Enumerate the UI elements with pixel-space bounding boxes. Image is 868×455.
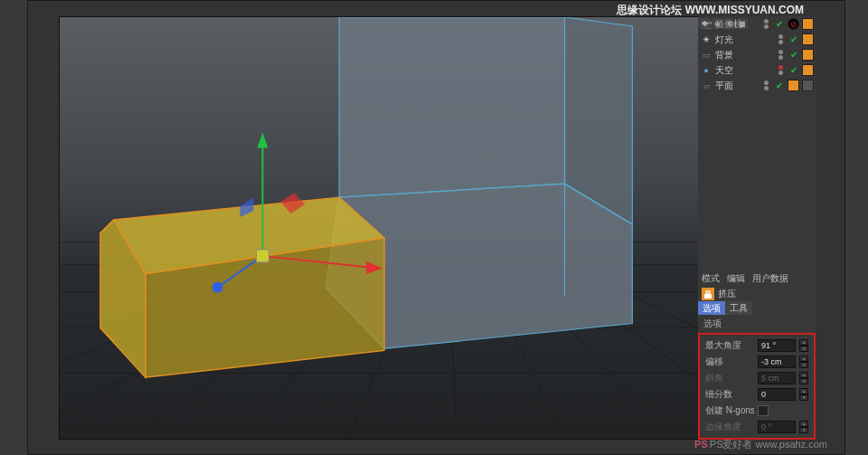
prohibit-icon[interactable]: ⊘ [788,18,799,30]
param-label: 边缘角度 [705,421,754,433]
object-row-plane[interactable]: ▱ 平面 ✔ [698,78,816,93]
bottom-watermark: PSPS爱好者 www.psahz.com [694,438,827,451]
spinner: ▴▾ [799,421,808,433]
vp-zoom-icon[interactable]: ⊕ [712,18,722,29]
subtabs: 选项 工具 [698,301,816,315]
background-icon: ▭ [700,49,712,62]
param-bevel: 斜角 5 cm ▴▾ [702,370,812,386]
right-panel: 📷 摄像机 ✔ ⊘ ☀ 灯光 ✔ ▭ 背景 ✔ ● 天空 ✔ [698,16,816,440]
param-edge-angle: 边缘角度 0 ° ▴▾ [702,419,812,435]
vp-move-icon[interactable]: ✥ [699,18,710,29]
extrude-tool-icon [702,288,714,300]
svg-rect-36 [256,250,269,262]
svg-rect-37 [704,294,712,299]
visibility-dots[interactable] [776,50,785,60]
param-input: 0 ° [758,421,796,433]
param-input[interactable]: -3 cm [758,355,796,368]
param-input[interactable]: 91 ° [758,339,796,352]
enable-check[interactable]: ✔ [773,18,785,30]
object-label: 天空 [715,64,773,77]
param-subdiv: 细分数 0 ▴▾ [702,386,812,403]
object-label: 平面 [715,80,759,92]
object-row-background[interactable]: ▭ 背景 ✔ [698,47,816,62]
object-label: 背景 [715,49,773,62]
visibility-dots[interactable] [761,81,770,90]
section-label: 选项 [698,315,816,333]
svg-point-33 [212,282,223,293]
viewport[interactable]: ✥ ⊕ ⟲ ▦ [59,16,750,440]
tag-icon[interactable] [802,64,814,76]
ngons-checkbox[interactable] [758,405,769,416]
param-label: 细分数 [705,388,754,401]
param-label: 创建 N-gons [705,404,754,417]
visibility-dots[interactable] [761,19,770,29]
param-offset: 偏移 -3 cm ▴▾ [702,354,812,370]
enable-check[interactable]: ✔ [773,80,785,91]
svg-rect-38 [705,290,711,294]
param-max-angle: 最大角度 91 ° ▴▾ [702,337,812,354]
light-icon: ☀ [700,33,712,46]
spinner[interactable]: ▴▾ [799,355,808,368]
param-input[interactable]: 0 [758,388,796,401]
param-input: 5 cm [758,372,796,384]
viewport-controls: ✥ ⊕ ⟲ ▦ [697,17,750,29]
tag-icon-2[interactable] [802,80,814,91]
attribute-manager: 模式 编辑 用户数据 挤压 选项 工具 选项 最大角度 91 ° ▴▾ 偏移 -… [698,270,816,440]
param-label: 最大角度 [705,339,754,352]
visibility-dots[interactable] [776,34,785,44]
attr-userdata[interactable]: 用户数据 [752,272,788,285]
plane-icon: ▱ [700,80,712,92]
tag-icon[interactable] [788,80,799,91]
tool-name: 挤压 [718,288,736,300]
attr-menu: 模式 编辑 用户数据 [698,270,816,286]
highlighted-params: 最大角度 91 ° ▴▾ 偏移 -3 cm ▴▾ 斜角 5 cm ▴▾ 细分数 … [698,333,816,440]
param-ngons: 创建 N-gons [702,403,812,419]
svg-marker-16 [339,17,564,197]
enable-check[interactable]: ✔ [788,64,799,76]
spinner[interactable]: ▴▾ [799,388,808,401]
object-label: 灯光 [715,33,773,46]
tag-icon[interactable] [802,33,814,45]
enable-check[interactable]: ✔ [788,49,799,61]
vp-rotate-icon[interactable]: ⟲ [724,18,735,29]
attr-edit[interactable]: 编辑 [727,272,745,285]
param-label: 斜角 [705,372,754,384]
subtab-tool[interactable]: 工具 [725,301,752,315]
spinner[interactable]: ▴▾ [799,339,808,352]
visibility-dots[interactable] [776,65,785,75]
vp-layout-icon[interactable]: ▦ [737,18,748,29]
param-label: 偏移 [705,355,754,368]
subtab-options[interactable]: 选项 [698,301,725,315]
attr-mode[interactable]: 模式 [702,272,720,285]
scene-objects [60,17,750,439]
sky-icon: ● [700,64,712,77]
object-row-sky[interactable]: ● 天空 ✔ [698,62,816,78]
object-row-light[interactable]: ☀ 灯光 ✔ [698,32,816,47]
top-watermark: 思缘设计论坛 WWW.MISSYUAN.COM [617,3,804,18]
tag-icon[interactable] [802,18,814,30]
tool-header: 挤压 [698,286,816,301]
spinner: ▴▾ [799,372,808,384]
enable-check[interactable]: ✔ [788,33,799,45]
tag-icon[interactable] [802,49,814,61]
svg-marker-29 [257,132,268,147]
